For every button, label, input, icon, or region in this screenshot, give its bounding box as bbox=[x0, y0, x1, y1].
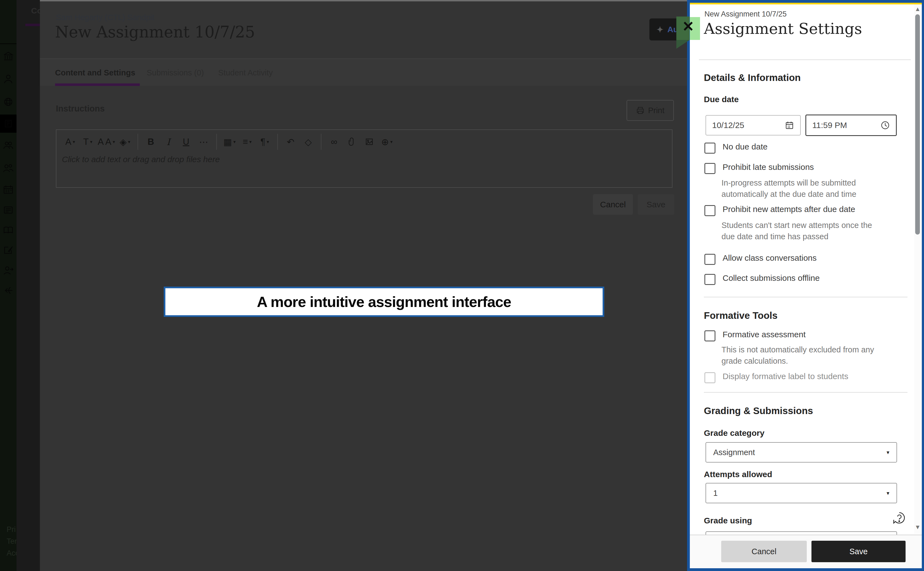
bold-button[interactable]: B bbox=[143, 134, 159, 150]
tab-submissions[interactable]: Submissions (0) bbox=[147, 68, 204, 77]
checkbox-label: Allow class conversations bbox=[722, 253, 817, 262]
close-panel-button[interactable]: ✕ bbox=[678, 18, 699, 35]
panel-divider bbox=[704, 392, 907, 393]
prohibit-new-attempts-row[interactable]: Prohibit new attempts after due date bbox=[704, 205, 855, 216]
users-icon[interactable] bbox=[3, 162, 14, 174]
accessibility-link[interactable]: Acc bbox=[6, 549, 17, 557]
prohibit-late-row[interactable]: Prohibit late submissions bbox=[704, 162, 814, 174]
checkbox[interactable] bbox=[704, 143, 715, 154]
checkbox[interactable] bbox=[704, 330, 715, 341]
text-color-button[interactable]: A▾ bbox=[62, 134, 78, 150]
paragraph-button[interactable]: ¶▾ bbox=[257, 134, 273, 150]
formative-label-row[interactable]: Display formative label to students bbox=[704, 372, 849, 383]
sparkle-icon: ✦ bbox=[656, 25, 664, 34]
image-button[interactable] bbox=[362, 134, 377, 150]
page-background-strip bbox=[17, 0, 40, 571]
courses-icon-active[interactable] bbox=[0, 114, 17, 133]
panel-title: Assignment Settings bbox=[704, 20, 862, 37]
breadcrumb[interactable]: Sam Hegarty (CTL) Sandpit bbox=[56, 13, 154, 22]
due-date-input[interactable]: 10/12/25 bbox=[705, 115, 801, 136]
formative-helper: This is not automatically excluded from … bbox=[721, 344, 887, 367]
tab-bar: Content and Settings Submissions (0) Stu… bbox=[40, 59, 690, 86]
panel-divider bbox=[699, 59, 911, 60]
collect-offline-row[interactable]: Collect submissions offline bbox=[704, 273, 820, 285]
checkbox-label: Display formative label to students bbox=[722, 372, 849, 381]
panel-scrollbar-thumb[interactable] bbox=[915, 14, 920, 235]
sign-out-icon[interactable] bbox=[3, 285, 14, 296]
attempts-allowed-select[interactable]: 1 ▾ bbox=[705, 483, 897, 503]
messages-icon[interactable] bbox=[3, 204, 14, 216]
editor-placeholder[interactable]: Click to add text or drag and drop files… bbox=[62, 155, 220, 164]
formative-heading: Formative Tools bbox=[704, 310, 778, 321]
italic-button[interactable]: I bbox=[161, 134, 176, 150]
grading-heading: Grading & Submissions bbox=[704, 405, 813, 416]
more-formats-button[interactable]: ⋯ bbox=[196, 134, 211, 150]
prohibit-late-helper: In-progress attempts will be submitted a… bbox=[721, 177, 876, 200]
institution-icon[interactable] bbox=[3, 51, 14, 62]
terms-link[interactable]: Ter bbox=[6, 537, 17, 546]
editor-toolbar: A▾ T▾ A A▾ ◈▾ B I U ⋯ ▦▾ ≡▾ ¶▾ ↶ ◇ ∞ bbox=[56, 130, 672, 154]
undo-button[interactable]: ↶ bbox=[283, 134, 298, 150]
clear-format-button[interactable]: ◇ bbox=[300, 134, 316, 150]
grade-category-label: Grade category bbox=[704, 428, 764, 438]
table-button[interactable]: ▦▾ bbox=[222, 134, 237, 150]
globe-activity-icon[interactable] bbox=[3, 96, 14, 108]
panel-cancel-button[interactable]: Cancel bbox=[721, 541, 807, 562]
toolbar-divider bbox=[321, 134, 321, 150]
grade-category-value: Assignment bbox=[713, 448, 755, 457]
details-heading: Details & Information bbox=[704, 72, 801, 83]
scroll-up-arrow[interactable]: ▲ bbox=[915, 6, 921, 13]
scroll-down-arrow[interactable]: ▼ bbox=[915, 524, 921, 531]
due-time-input[interactable]: 11:59 PM bbox=[805, 114, 897, 136]
profile-icon[interactable] bbox=[3, 73, 14, 85]
checkbox[interactable] bbox=[704, 254, 715, 265]
modal-cancel-button[interactable]: Cancel bbox=[593, 194, 633, 215]
panel-footer: Cancel Save bbox=[690, 535, 922, 568]
paperclip-icon bbox=[347, 137, 356, 146]
due-date-value: 10/12/25 bbox=[712, 120, 744, 130]
panel-save-button[interactable]: Save bbox=[812, 541, 906, 562]
prohibit-new-attempts-helper: Students can't start new attempts once t… bbox=[721, 220, 887, 242]
checkbox-label: Prohibit new attempts after due date bbox=[722, 205, 855, 214]
content-edit-icon[interactable] bbox=[3, 244, 14, 256]
underline-button[interactable]: U bbox=[178, 134, 194, 150]
tab-content-and-settings[interactable]: Content and Settings bbox=[55, 68, 136, 77]
attach-button[interactable] bbox=[344, 134, 359, 150]
attempts-allowed-label: Attempts allowed bbox=[704, 470, 772, 479]
due-time-value: 11:59 PM bbox=[812, 120, 847, 130]
panel-context-label: New Assignment 10/7/25 bbox=[704, 10, 787, 19]
print-button[interactable]: Print bbox=[627, 100, 674, 121]
panel-accent-line bbox=[690, 3, 922, 5]
screen: Pri Ter Acc Co Sam Hegarty (CTL) Sandpit… bbox=[0, 0, 924, 571]
font-button[interactable]: A A▾ bbox=[98, 134, 115, 150]
insert-content-button[interactable]: ⊕▾ bbox=[379, 134, 394, 150]
tab-student-activity[interactable]: Student Activity bbox=[218, 68, 273, 77]
privacy-link[interactable]: Pri bbox=[6, 525, 17, 534]
calendar-icon[interactable] bbox=[3, 184, 14, 196]
click-highlight-tail bbox=[676, 40, 690, 49]
user-assist-icon[interactable] bbox=[3, 265, 14, 276]
print-label: Print bbox=[648, 106, 665, 115]
checkbox[interactable] bbox=[704, 163, 715, 174]
modal-save-button[interactable]: Save bbox=[638, 194, 674, 215]
organizations-icon[interactable] bbox=[3, 140, 14, 151]
align-button[interactable]: ≡▾ bbox=[239, 134, 255, 150]
due-date-label: Due date bbox=[704, 95, 739, 104]
checkbox[interactable] bbox=[704, 274, 715, 285]
grade-using-select-partial[interactable] bbox=[705, 531, 897, 535]
formative-assessment-row[interactable]: Formative assessment bbox=[704, 330, 806, 341]
grade-category-select[interactable]: Assignment ▾ bbox=[705, 442, 897, 463]
toolbar-divider bbox=[138, 134, 138, 150]
text-style-button[interactable]: T▾ bbox=[80, 134, 95, 150]
class-conversations-row[interactable]: Allow class conversations bbox=[704, 253, 817, 265]
image-icon bbox=[365, 137, 374, 146]
checkbox-label: Formative assessment bbox=[722, 330, 806, 339]
calendar-icon bbox=[785, 120, 794, 130]
checkbox[interactable] bbox=[704, 205, 715, 216]
book-icon[interactable] bbox=[3, 224, 14, 236]
link-button[interactable]: ∞ bbox=[326, 134, 342, 150]
no-due-date-row[interactable]: No due date bbox=[704, 142, 767, 154]
highlight-button[interactable]: ◈▾ bbox=[117, 134, 132, 150]
checkbox-label: Collect submissions offline bbox=[722, 273, 820, 283]
help-icon[interactable] bbox=[892, 511, 906, 525]
